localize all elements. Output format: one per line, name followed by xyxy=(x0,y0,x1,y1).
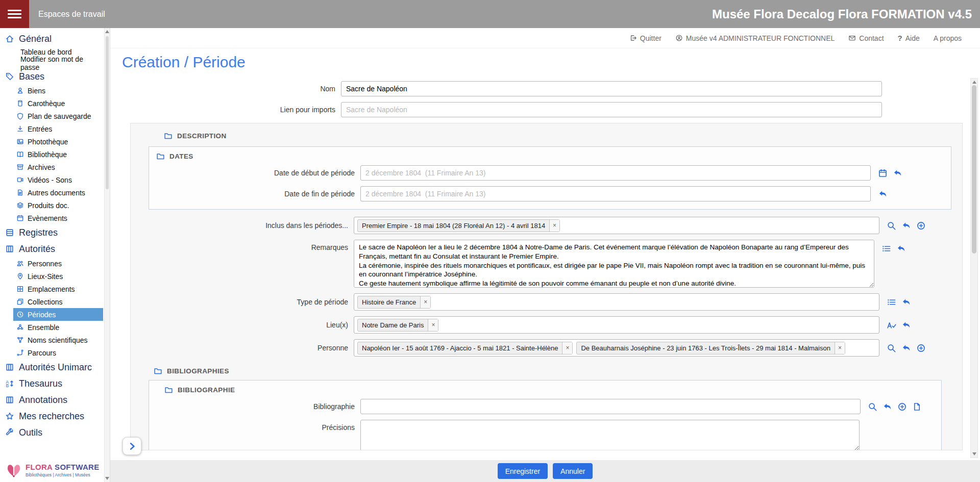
sidebar-group-autorites[interactable]: Autorités xyxy=(0,241,104,257)
grid-icon xyxy=(16,285,24,293)
archive-icon xyxy=(16,163,24,171)
scroll-down-icon[interactable] xyxy=(105,477,109,480)
scroll-up-icon[interactable] xyxy=(105,30,109,33)
add-icon[interactable] xyxy=(916,343,926,353)
book-icon xyxy=(16,150,24,158)
document-icon[interactable] xyxy=(912,402,922,412)
user-menu[interactable]: Musée v4 ADMINISTRATEUR FONCTIONNEL xyxy=(675,34,835,42)
hamburger-menu-icon[interactable] xyxy=(0,0,29,28)
collapse-panel-button[interactable] xyxy=(122,437,141,455)
inclus-periodes-field[interactable]: Premier Empire - 18 mai 1804 (28 Floréal… xyxy=(354,217,879,234)
help-link[interactable]: ? Aide xyxy=(898,34,920,42)
undo-icon[interactable] xyxy=(896,244,906,253)
sidebar-item-plan-de-sauvegarde[interactable]: Plan de sauvegarde xyxy=(13,110,103,122)
workspace-label: Espaces de travail xyxy=(38,10,105,19)
search-icon[interactable] xyxy=(887,343,896,353)
save-button[interactable]: Enregistrer xyxy=(498,463,548,479)
pick-list-icon[interactable] xyxy=(887,297,896,307)
field-lien-pour-imports: Lien pour imports xyxy=(110,102,970,117)
map-pin-icon xyxy=(16,272,24,280)
chip-remove-button[interactable]: × xyxy=(420,296,430,308)
lien-pour-imports-input[interactable] xyxy=(341,102,882,117)
cancel-button[interactable]: Annuler xyxy=(553,463,593,479)
sidebar-group-outils[interactable]: Outils xyxy=(0,424,104,441)
search-icon[interactable] xyxy=(887,221,896,231)
chip-napoleon: Napoléon Ier - 15 août 1769 - Ajaccio - … xyxy=(357,342,573,354)
sidebar-item-periodes[interactable]: Périodes xyxy=(13,308,103,321)
sidebar-group-autorites-unimarc[interactable]: Autorités Unimarc xyxy=(0,359,104,375)
sidebar-item-entrees[interactable]: Entrées xyxy=(13,122,103,135)
sidebar-item-biens[interactable]: Biens xyxy=(13,84,103,97)
undo-icon[interactable] xyxy=(901,343,911,353)
sidebar-item-parcours[interactable]: Parcours xyxy=(13,346,103,359)
core-sample-icon xyxy=(16,99,24,107)
add-icon[interactable] xyxy=(916,221,926,231)
sidebar-group-registres[interactable]: Registres xyxy=(0,224,104,241)
sidebar-item-archives[interactable]: Archives xyxy=(13,161,103,173)
nom-label: Nom xyxy=(110,85,341,93)
type-periode-label: Type de période xyxy=(131,298,354,306)
chip-remove-button[interactable]: × xyxy=(549,220,559,232)
date-debut-input[interactable] xyxy=(360,165,871,181)
sidebar-item-ensemble[interactable]: Ensemble xyxy=(13,321,103,334)
scroll-down-icon[interactable] xyxy=(972,452,976,455)
validate-text-icon[interactable] xyxy=(887,320,896,330)
contact-link[interactable]: Contact xyxy=(848,34,884,42)
user-icon xyxy=(675,34,683,42)
sidebar-group-thesaurus[interactable]: Thesaurus xyxy=(0,375,104,392)
bibliographie-input[interactable] xyxy=(360,399,861,414)
date-fin-input[interactable] xyxy=(360,186,871,201)
undo-icon[interactable] xyxy=(901,297,911,307)
sidebar-item-collections[interactable]: Collections xyxy=(13,295,103,308)
sidebar-item-autres-documents[interactable]: Autres documents xyxy=(13,186,103,199)
sidebar-item-carotheque[interactable]: Carothèque xyxy=(13,97,103,110)
chip-remove-button[interactable]: × xyxy=(562,342,572,354)
remarques-textarea[interactable]: Le sacre de Napoléon Ier a lieu le 2 déc… xyxy=(354,240,874,288)
sidebar-item-videos-sons[interactable]: Vidéos - Sons xyxy=(13,173,103,186)
sidebar-item-evenements[interactable]: Evènements xyxy=(13,212,103,224)
help-icon: ? xyxy=(898,34,902,42)
sidebar-group-mes-recherches[interactable]: Mes recherches xyxy=(0,408,104,424)
search-icon[interactable] xyxy=(868,402,877,412)
image-icon xyxy=(16,138,24,145)
main-scrollbar-thumb[interactable] xyxy=(972,85,976,253)
scroll-up-icon[interactable] xyxy=(972,81,976,84)
chip-notre-dame-de-paris: Notre Dame de Paris × xyxy=(357,319,438,332)
sidebar-scrollbar-thumb[interactable] xyxy=(106,36,109,189)
sidebar-item-bibliotheque[interactable]: Bibliothèque xyxy=(13,148,103,161)
sidebar-group-annotations[interactable]: Annotations xyxy=(0,392,104,408)
about-link[interactable]: A propos xyxy=(934,34,962,42)
personne-field[interactable]: Napoléon Ier - 15 août 1769 - Ajaccio - … xyxy=(354,339,879,357)
undo-icon[interactable] xyxy=(901,320,911,330)
sidebar-item-modifier-mot-de-passe[interactable]: Modifier son mot de passe xyxy=(13,58,103,69)
sidebar-group-general[interactable]: Général xyxy=(0,31,104,46)
undo-icon[interactable] xyxy=(883,402,892,412)
lieux-field[interactable]: Notre Dame de Paris × xyxy=(354,316,879,334)
chip-josephine: De Beauharnais Joséphine - 23 juin 1763 … xyxy=(576,342,845,354)
undo-icon[interactable] xyxy=(878,189,888,199)
sidebar-item-personnes[interactable]: Personnes xyxy=(13,257,103,270)
sidebar-item-emplacements[interactable]: Emplacements xyxy=(13,283,103,295)
flora-logo-icon xyxy=(5,462,22,478)
main-scrollbar[interactable] xyxy=(970,78,978,458)
nom-input[interactable] xyxy=(341,81,882,96)
precisions-textarea[interactable] xyxy=(360,420,860,450)
sidebar-item-phototheque[interactable]: Photothèque xyxy=(13,135,103,148)
calendar-picker-icon[interactable] xyxy=(878,168,888,178)
type-periode-field[interactable]: Histoire de France × xyxy=(354,293,879,311)
action-bar: Enregistrer Annuler xyxy=(110,460,980,482)
thesaurus-icon xyxy=(5,379,14,388)
sidebar-item-lieux-sites[interactable]: Lieux-Sites xyxy=(13,270,103,283)
field-personne: Personne Napoléon Ier - 15 août 1769 - A… xyxy=(131,339,962,357)
quit-link[interactable]: Quitter xyxy=(629,34,662,42)
sidebar-item-produits-doc[interactable]: Produits doc. xyxy=(13,199,103,212)
sidebar-scrollbar[interactable] xyxy=(104,28,110,482)
collections-icon xyxy=(16,298,24,306)
undo-icon[interactable] xyxy=(901,221,911,231)
add-icon[interactable] xyxy=(897,402,907,412)
chip-remove-button[interactable]: × xyxy=(835,342,845,354)
undo-icon[interactable] xyxy=(893,168,902,178)
sidebar-item-noms-scientifiques[interactable]: Noms scientifiques xyxy=(13,334,103,346)
pick-list-icon[interactable] xyxy=(881,244,891,253)
chip-remove-button[interactable]: × xyxy=(428,319,438,331)
